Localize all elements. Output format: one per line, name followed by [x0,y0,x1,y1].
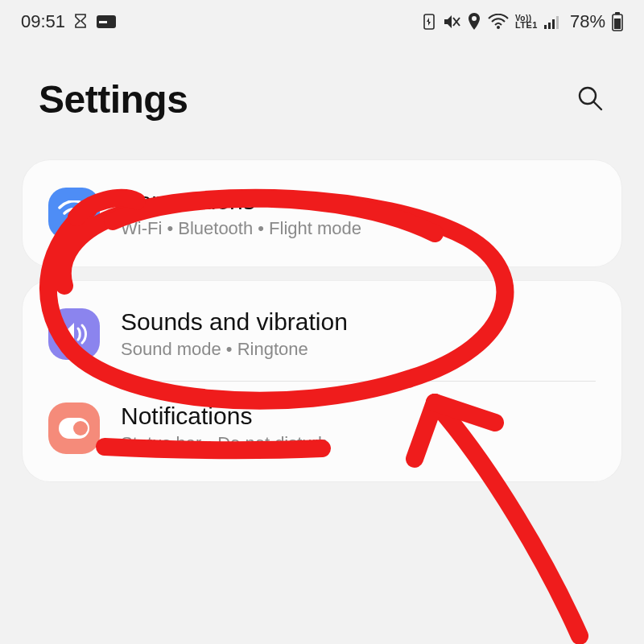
svg-rect-12 [615,12,620,14]
status-time: 09:51 [21,11,65,32]
notifications-item[interactable]: Notifications Status bar • Do not distur… [23,382,621,475]
settings-header: Settings [0,40,644,146]
card-icon [96,14,117,29]
status-bar: 09:51 Vo)) LTE1 78% [0,0,644,40]
sounds-item[interactable]: Sounds and vibration Sound mode • Ringto… [23,287,621,381]
svg-rect-9 [552,19,555,29]
svg-rect-13 [614,19,621,29]
hourglass-icon [73,14,88,30]
mute-icon [443,14,460,30]
sound-app-icon [48,308,100,360]
notifications-text: Notifications Status bar • Do not distur… [121,402,328,454]
svg-line-15 [594,102,601,109]
battery-icon [612,12,623,31]
svg-point-18 [73,421,88,436]
svg-rect-7 [544,25,547,29]
search-button[interactable] [570,78,610,121]
sounds-notifications-card: Sounds and vibration Sound mode • Ringto… [23,281,621,481]
connections-title: Connections [121,188,361,215]
svg-rect-10 [556,16,559,29]
wifi-icon [488,14,509,30]
svg-rect-8 [548,23,551,29]
lte-indicator: Vo)) LTE1 [515,15,538,29]
status-bar-left: 09:51 [21,11,117,32]
notifications-subtitle: Status bar • Do not disturb [121,433,328,454]
status-bar-right: Vo)) LTE1 78% [422,11,623,32]
connections-subtitle: Wi-Fi • Bluetooth • Flight mode [121,218,361,239]
connections-text: Connections Wi-Fi • Bluetooth • Flight m… [121,188,361,239]
connections-item[interactable]: Connections Wi-Fi • Bluetooth • Flight m… [23,167,621,260]
connections-card: Connections Wi-Fi • Bluetooth • Flight m… [23,160,621,266]
page-title: Settings [39,77,188,122]
notifications-app-icon [48,402,100,454]
recycle-battery-icon [422,13,436,31]
notifications-title: Notifications [121,402,328,430]
svg-point-14 [580,88,596,104]
svg-point-16 [72,221,76,225]
svg-rect-1 [99,21,107,23]
signal-icon [544,14,562,29]
wifi-app-icon [48,188,100,239]
sounds-text: Sounds and vibration Sound mode • Ringto… [121,308,348,360]
svg-point-6 [497,26,500,29]
search-icon [576,85,604,114]
svg-point-5 [472,16,477,21]
sounds-subtitle: Sound mode • Ringtone [121,339,348,360]
battery-percent: 78% [570,11,605,32]
sounds-title: Sounds and vibration [121,308,348,336]
location-icon [467,13,481,31]
